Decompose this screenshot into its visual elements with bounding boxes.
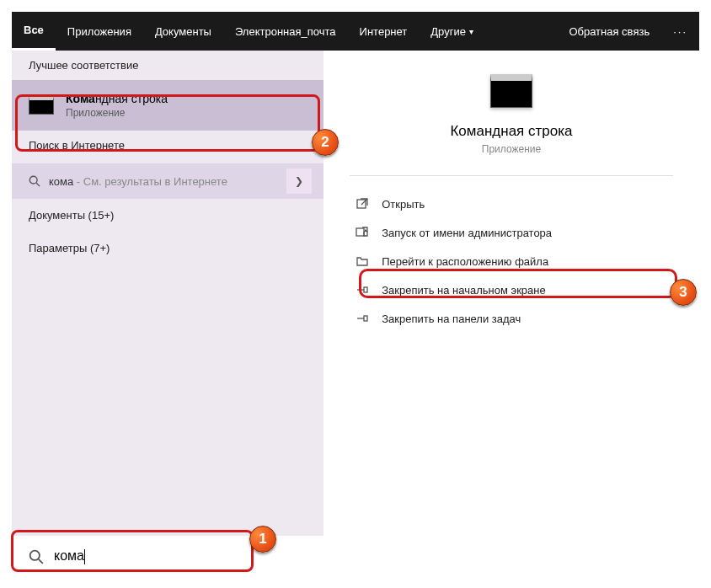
tab-other[interactable]: Другие ▾ <box>419 12 485 51</box>
chevron-down-icon: ▾ <box>469 27 473 36</box>
svg-rect-3 <box>356 228 364 236</box>
svg-point-0 <box>29 176 37 184</box>
divider <box>350 175 673 176</box>
action-open-location[interactable]: Перейти к расположению файла <box>350 247 673 275</box>
web-search-label: Поиск в Интернете <box>12 131 323 160</box>
more-button[interactable]: ··· <box>661 25 699 38</box>
tab-email[interactable]: Электронная_почта <box>223 12 348 51</box>
open-icon <box>355 196 370 211</box>
app-preview-icon <box>490 74 532 108</box>
filter-tabs: Все Приложения Документы Электронная_поч… <box>12 12 699 51</box>
action-pin-taskbar-label: Закрепить на панели задач <box>382 313 521 325</box>
search-input[interactable]: кома <box>54 548 85 564</box>
best-match-label: Лучшее соответствие <box>12 51 323 80</box>
action-pin-taskbar[interactable]: Закрепить на панели задач <box>350 304 673 333</box>
pin-taskbar-icon <box>355 311 370 326</box>
action-run-as-admin[interactable]: Запуск от имени администратора <box>350 218 673 247</box>
action-pin-start-label: Закрепить на начальном экране <box>382 284 546 297</box>
best-match-title: Командная строка <box>66 92 168 105</box>
action-open[interactable]: Открыть <box>350 190 673 218</box>
folder-icon <box>355 254 370 269</box>
admin-icon <box>355 225 370 240</box>
action-open-label: Открыть <box>382 198 425 211</box>
web-search-item[interactable]: кома - См. результаты в Интернете ❯ <box>12 163 323 199</box>
annotation-badge-2: 2 <box>312 129 339 156</box>
expand-arrow[interactable]: ❯ <box>286 168 312 194</box>
svg-point-8 <box>30 550 40 559</box>
web-search-text: кома - См. результаты в Интернете <box>49 175 286 188</box>
documents-group[interactable]: Документы (15+) <box>12 199 323 232</box>
action-pin-start[interactable]: Закрепить на начальном экране <box>350 275 673 304</box>
tab-documents[interactable]: Документы <box>143 12 223 51</box>
action-admin-label: Запуск от имени администратора <box>382 227 552 239</box>
tab-other-label: Другие <box>430 25 466 38</box>
cmd-icon <box>29 96 54 115</box>
search-icon <box>29 175 40 187</box>
search-bar[interactable]: кома <box>12 536 699 576</box>
results-panel: Лучшее соответствие Командная строка При… <box>12 51 323 536</box>
settings-group[interactable]: Параметры (7+) <box>12 232 323 265</box>
app-preview-title: Командная строка <box>450 123 572 140</box>
action-location-label: Перейти к расположению файла <box>382 255 548 268</box>
svg-line-9 <box>39 559 43 563</box>
tab-internet[interactable]: Интернет <box>348 12 420 51</box>
annotation-badge-3: 3 <box>670 279 697 306</box>
svg-line-1 <box>36 183 40 186</box>
svg-rect-2 <box>357 200 366 208</box>
annotation-badge-1: 1 <box>249 526 276 553</box>
feedback-link[interactable]: Обратная связь <box>557 12 661 51</box>
svg-rect-5 <box>364 287 367 292</box>
best-match-item[interactable]: Командная строка Приложение <box>12 80 323 131</box>
tab-apps[interactable]: Приложения <box>56 12 143 51</box>
preview-panel: Командная строка Приложение Открыть Запу… <box>323 51 699 536</box>
best-match-subtitle: Приложение <box>66 107 168 119</box>
app-preview-kind: Приложение <box>482 143 541 155</box>
search-icon <box>29 549 44 564</box>
svg-rect-7 <box>364 316 367 321</box>
pin-start-icon <box>355 282 370 297</box>
tab-all[interactable]: Все <box>12 12 56 51</box>
